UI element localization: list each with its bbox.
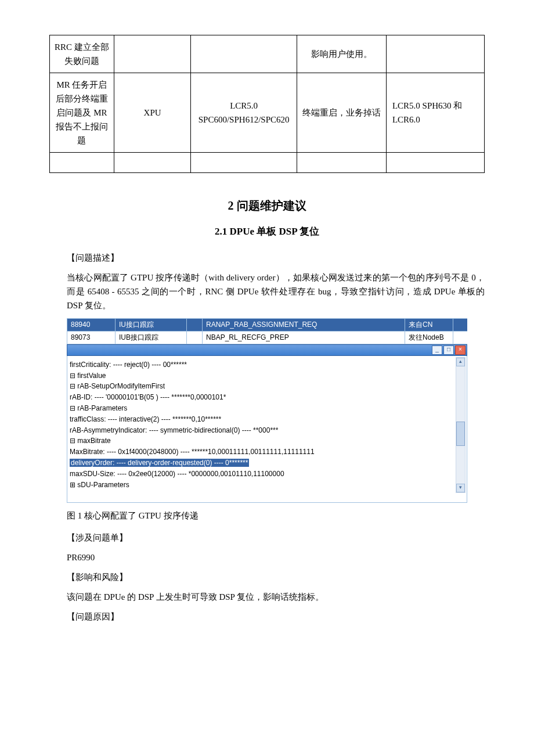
trace-id: 89073 [67, 331, 116, 344]
label-related-issue: 【涉及问题单】 [67, 531, 485, 545]
trace-row-selected[interactable]: 88940 IU接口跟踪 RANAP_RAB_ASSIGNMENT_REQ 来自… [67, 319, 468, 332]
trace-screenshot: 88940 IU接口跟踪 RANAP_RAB_ASSIGNMENT_REQ 来自… [67, 318, 467, 503]
tree-node[interactable]: ⊞ sDU-Parameters [70, 480, 464, 491]
table-row-empty [50, 153, 485, 173]
trace-row[interactable]: 89073 IUB接口跟踪 NBAP_RL_RECFG_PREP 发往NodeB [67, 331, 468, 344]
scroll-thumb[interactable] [456, 422, 465, 446]
table-row: MR 任务开启后部分终端重启问题及 MR报告不上报问题 XPU LCR5.0 S… [50, 73, 485, 153]
pr-number: PR6990 [67, 550, 485, 564]
label-cause: 【问题原因】 [67, 610, 485, 624]
tree-node[interactable]: rAB-ID: ---- '00000101'B(05 ) ---- *****… [70, 392, 464, 403]
label-description: 【问题描述】 [67, 251, 485, 265]
trace-tail [453, 331, 468, 344]
tree-node[interactable]: ⊟ firstValue [70, 370, 464, 381]
maximize-icon[interactable]: □ [443, 345, 454, 355]
scroll-down-icon[interactable]: ▾ [456, 484, 465, 492]
close-icon[interactable]: × [455, 345, 466, 355]
trace-detail-titlebar[interactable]: _ □ × [67, 344, 467, 356]
tree-node[interactable]: ⊟ maxBitrate [70, 435, 464, 447]
tree-node[interactable]: MaxBitrate: ---- 0x1f4000(2048000) ---- … [70, 447, 464, 458]
trace-id: 88940 [67, 319, 116, 332]
trace-spacer [187, 319, 203, 332]
cell-fix: LCR5.0 SPH630 和 LCR6.0 [386, 73, 484, 153]
trace-decode-tree[interactable]: firstCriticality: ---- reject(0) ---- 00… [67, 356, 467, 503]
section-heading-2: 2 问题维护建议 [49, 196, 485, 215]
trace-message-grid: 88940 IU接口跟踪 RANAP_RAB_ASSIGNMENT_REQ 来自… [67, 318, 467, 344]
trace-interface: IU接口跟踪 [116, 319, 187, 332]
tree-node[interactable]: firstCriticality: ---- reject(0) ---- 00… [70, 359, 464, 370]
table-row: RRC 建立全部失败问题 影响用户使用。 [50, 35, 485, 73]
cell-board: XPU [114, 73, 190, 153]
tree-node[interactable]: trafficClass: ---- interactive(2) ---- *… [70, 414, 464, 425]
trace-tail [453, 319, 468, 332]
cell-version: LCR5.0 SPC600/SPH612/SPC620 [191, 73, 297, 153]
cell-issue: RRC 建立全部失败问题 [50, 35, 114, 73]
cell-version [191, 35, 297, 73]
cell-board [114, 35, 190, 73]
minimize-icon[interactable]: _ [432, 345, 442, 355]
trace-interface: IUB接口跟踪 [116, 331, 187, 344]
tree-node[interactable]: maxSDU-Size: ---- 0x2ee0(12000) ---- *00… [70, 469, 464, 480]
cell-impact: 终端重启，业务掉话 [297, 73, 386, 153]
label-impact: 【影响和风险】 [67, 570, 485, 584]
figure-caption-1: 图 1 核心网配置了 GTPU 按序传递 [67, 509, 485, 523]
trace-message: NBAP_RL_RECFG_PREP [203, 331, 405, 344]
trace-source: 发往NodeB [405, 331, 453, 344]
cell-fix [386, 35, 484, 73]
paragraph-description: 当核心网配置了 GTPU 按序传递时（with delivery order），… [67, 271, 485, 312]
trace-source: 来自CN [405, 319, 453, 332]
trace-message: RANAP_RAB_ASSIGNMENT_REQ [203, 319, 405, 332]
tree-node[interactable]: ⊟ rAB-Parameters [70, 403, 464, 414]
tree-node[interactable]: rAB-AsymmetryIndicator: ---- symmetric-b… [70, 425, 464, 436]
cell-impact: 影响用户使用。 [297, 35, 386, 73]
trace-spacer [187, 331, 203, 344]
vertical-scrollbar[interactable]: ▴ ▾ [456, 357, 466, 493]
paragraph-impact: 该问题在 DPUe 的 DSP 上发生时可导致 DSP 复位，影响话统指标。 [67, 590, 485, 604]
scroll-up-icon[interactable]: ▴ [456, 358, 465, 366]
tree-node-highlighted[interactable]: deliveryOrder: ---- delivery-order-reque… [70, 458, 464, 469]
subsection-heading-2-1: 2.1 DPUe 单板 DSP 复位 [49, 224, 485, 239]
tree-node[interactable]: ⊟ rAB-SetupOrModifyItemFirst [70, 381, 464, 392]
cell-issue: MR 任务开启后部分终端重启问题及 MR报告不上报问题 [50, 73, 114, 153]
issues-table: RRC 建立全部失败问题 影响用户使用。 MR 任务开启后部分终端重启问题及 M… [49, 35, 485, 173]
